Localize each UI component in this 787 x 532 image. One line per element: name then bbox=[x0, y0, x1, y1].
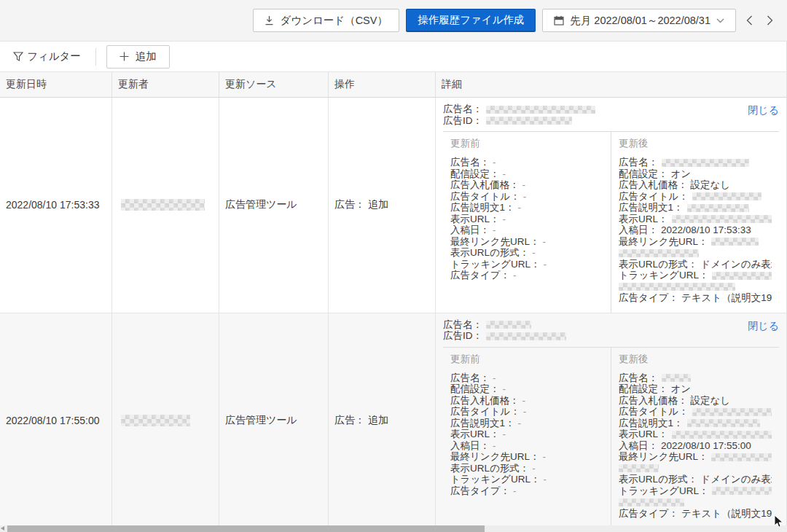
redacted-text bbox=[711, 453, 772, 461]
after-pane: 更新後広告名：配信設定：オン広告入札価格：設定なし広告タイトル：広告説明文1：表… bbox=[611, 132, 779, 313]
redacted-text bbox=[687, 204, 749, 212]
next-period-button[interactable] bbox=[763, 15, 777, 26]
field-label: 広告入札価格： bbox=[619, 395, 688, 406]
source-cell: 広告管理ツール bbox=[219, 98, 328, 313]
field-label: 配信設定： bbox=[619, 168, 668, 179]
redacted-text bbox=[486, 321, 531, 329]
datetime-cell: 2022/08/10 17:55:00 bbox=[0, 313, 111, 528]
prev-period-button[interactable] bbox=[743, 15, 756, 26]
detail-field: 表示URLの形式：- bbox=[450, 247, 603, 259]
add-button[interactable]: 追加 bbox=[106, 45, 170, 69]
detail-field-continuation bbox=[619, 463, 772, 474]
detail-field: 広告名：- bbox=[450, 372, 603, 384]
detail-field: 入稿日：- bbox=[450, 224, 603, 236]
filter-bar: フィルター 追加 bbox=[0, 42, 787, 71]
field-label: 広告名： bbox=[443, 319, 482, 330]
detail-field: 入稿日：2022/08/10 17:55:00 bbox=[619, 440, 772, 452]
column-header-datetime[interactable]: 更新日時 bbox=[0, 72, 111, 97]
table-row: 2022/08/10 17:55:00広告管理ツール広告： 追加広告名：広告ID… bbox=[0, 313, 786, 529]
redacted-text bbox=[486, 117, 572, 125]
horizontal-scrollbar-thumb[interactable] bbox=[7, 525, 485, 532]
close-link[interactable]: 閉じる bbox=[748, 104, 779, 117]
field-value: - bbox=[513, 485, 517, 496]
create-history-file-label: 操作履歴ファイル作成 bbox=[418, 13, 524, 27]
chevron-right-icon bbox=[767, 15, 773, 26]
field-label: 広告タイプ： bbox=[619, 508, 678, 519]
detail-field: 広告入札価格：- bbox=[450, 179, 603, 191]
horizontal-scrollbar[interactable] bbox=[0, 525, 787, 532]
field-value: - bbox=[543, 474, 547, 485]
detail-field: 表示URLの形式：ドメインのみ表示する bbox=[619, 474, 772, 485]
field-label: 広告説明文1： bbox=[619, 202, 684, 213]
detail-field: 広告タイプ：- bbox=[450, 485, 603, 497]
date-range-selector[interactable]: 先月 2022/08/01～2022/08/31 bbox=[542, 9, 736, 32]
detail-field-continuation bbox=[619, 247, 772, 259]
redacted-text bbox=[121, 199, 205, 211]
field-label: トラッキングURL： bbox=[619, 270, 708, 281]
before-pane: 更新前広告名：-配信設定：-広告入札価格：-広告タイトル：-広告説明文1：-表示… bbox=[443, 132, 611, 313]
field-label: 広告タイトル： bbox=[619, 406, 689, 417]
download-csv-button[interactable]: ダウンロード（CSV） bbox=[253, 9, 399, 32]
field-label: 広告入札価格： bbox=[450, 395, 520, 406]
detail-field: 表示URL：- bbox=[450, 214, 603, 225]
field-value: - bbox=[518, 202, 522, 213]
filter-funnel-icon bbox=[13, 52, 23, 61]
chevron-left-icon bbox=[746, 15, 753, 26]
datetime-value: 2022/08/10 17:53:33 bbox=[6, 199, 99, 211]
before-pane: 更新前広告名：-配信設定：-広告入札価格：-広告タイトル：-広告説明文1：-表示… bbox=[443, 348, 611, 528]
detail-field: 広告ID： bbox=[443, 115, 595, 127]
field-label: 広告入札価格： bbox=[619, 179, 688, 190]
column-header-updater[interactable]: 更新者 bbox=[111, 72, 219, 97]
detail-field: 広告タイトル： bbox=[619, 406, 772, 418]
column-header-source[interactable]: 更新ソース bbox=[219, 72, 328, 97]
scroll-left-arrow-icon[interactable] bbox=[1, 526, 4, 531]
field-value: - bbox=[493, 157, 496, 168]
field-label: 広告説明文1： bbox=[450, 202, 515, 213]
redacted-text bbox=[712, 272, 772, 280]
table-body: 2022/08/10 17:53:33広告管理ツール広告： 追加広告名：広告ID… bbox=[0, 98, 786, 532]
source-value: 広告管理ツール bbox=[225, 198, 297, 211]
detail-field: 表示URL：- bbox=[450, 429, 603, 440]
field-label: 最終リンク先URL： bbox=[450, 236, 539, 247]
field-value: - bbox=[522, 179, 526, 190]
field-value: 2022/08/10 17:53:33 bbox=[661, 224, 751, 235]
detail-field: 表示URLの形式：- bbox=[450, 463, 603, 474]
create-history-file-button[interactable]: 操作履歴ファイル作成 bbox=[406, 9, 536, 32]
detail-field: 広告タイトル：- bbox=[450, 191, 603, 203]
detail-header: 広告名：広告ID：閉じる bbox=[443, 317, 779, 347]
calendar-icon bbox=[554, 15, 564, 26]
detail-field: 最終リンク先URL：- bbox=[450, 236, 603, 248]
field-label: 広告タイプ： bbox=[619, 292, 678, 303]
field-value: - bbox=[543, 259, 547, 270]
field-label: 広告タイトル： bbox=[450, 406, 520, 417]
field-value: - bbox=[542, 451, 546, 462]
detail-field: 広告名： bbox=[443, 103, 595, 115]
source-cell: 広告管理ツール bbox=[219, 313, 328, 528]
field-value: - bbox=[523, 191, 527, 202]
field-label: 広告名： bbox=[443, 103, 482, 114]
column-header-detail[interactable]: 詳細 bbox=[435, 72, 786, 97]
detail-id-lines: 広告名：広告ID： bbox=[443, 319, 566, 342]
pane-title: 更新後 bbox=[619, 137, 772, 150]
close-link[interactable]: 閉じる bbox=[748, 320, 779, 333]
divider bbox=[95, 48, 96, 66]
detail-cell: 広告名：広告ID：閉じる更新前広告名：-配信設定：-広告入札価格：-広告タイトル… bbox=[435, 313, 786, 528]
before-after-compare: 更新前広告名：-配信設定：-広告入札価格：-広告タイトル：-広告説明文1：-表示… bbox=[443, 347, 779, 528]
detail-field: 広告入札価格：設定なし bbox=[619, 395, 772, 407]
updater-cell bbox=[111, 98, 219, 313]
detail-field: 表示URL： bbox=[619, 214, 772, 225]
chevron-down-icon bbox=[716, 18, 724, 23]
column-header-operation[interactable]: 操作 bbox=[328, 72, 435, 97]
filter-button[interactable]: フィルター bbox=[9, 49, 85, 64]
field-label: 広告入札価格： bbox=[450, 179, 520, 190]
field-label: 表示URL： bbox=[619, 429, 668, 439]
field-label: 表示URL： bbox=[450, 429, 500, 439]
field-value: - bbox=[493, 372, 496, 383]
field-label: 広告タイトル： bbox=[619, 191, 689, 202]
field-value: - bbox=[532, 463, 536, 474]
field-label: 表示URLの形式： bbox=[619, 474, 697, 485]
redacted-text bbox=[619, 464, 659, 472]
datetime-value: 2022/08/10 17:55:00 bbox=[6, 415, 99, 426]
field-label: 配信設定： bbox=[450, 168, 500, 179]
detail-field: トラッキングURL：- bbox=[450, 259, 603, 270]
